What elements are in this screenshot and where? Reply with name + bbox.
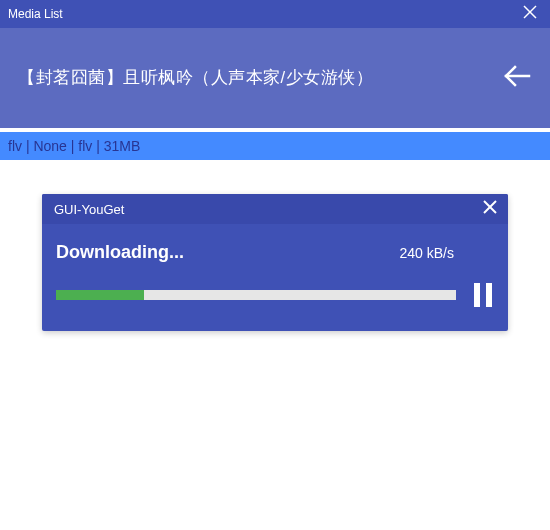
card-titlebar: GUI-YouGet [42, 194, 508, 224]
card-close-button[interactable] [472, 194, 508, 224]
progress-fill [56, 290, 144, 300]
progress-bar [56, 290, 456, 300]
progress-row [56, 281, 494, 309]
download-speed: 240 kB/s [400, 245, 454, 261]
close-icon [523, 5, 537, 23]
window-title: Media List [8, 7, 63, 21]
main-content: GUI-YouGet Downloading... 240 kB/s [0, 160, 550, 365]
download-card: GUI-YouGet Downloading... 240 kB/s [42, 194, 508, 331]
status-row: Downloading... 240 kB/s [56, 242, 494, 263]
pause-button[interactable] [472, 281, 494, 309]
window-titlebar: Media List [0, 0, 550, 28]
media-info-text: flv | None | flv | 31MB [8, 138, 140, 154]
media-title: 【封茗囧菌】且听枫吟（人声本家/少女游侠） [18, 67, 373, 89]
downloading-status-label: Downloading... [56, 242, 184, 263]
arrow-left-icon [502, 61, 532, 95]
back-button[interactable] [502, 61, 532, 95]
card-body: Downloading... 240 kB/s [42, 224, 508, 331]
card-title: GUI-YouGet [54, 202, 124, 217]
page-header: 【封茗囧菌】且听枫吟（人声本家/少女游侠） [0, 28, 550, 128]
window-close-button[interactable] [510, 0, 550, 28]
pause-icon [474, 283, 492, 307]
media-info-bar: flv | None | flv | 31MB [0, 132, 550, 160]
close-icon [482, 199, 498, 219]
